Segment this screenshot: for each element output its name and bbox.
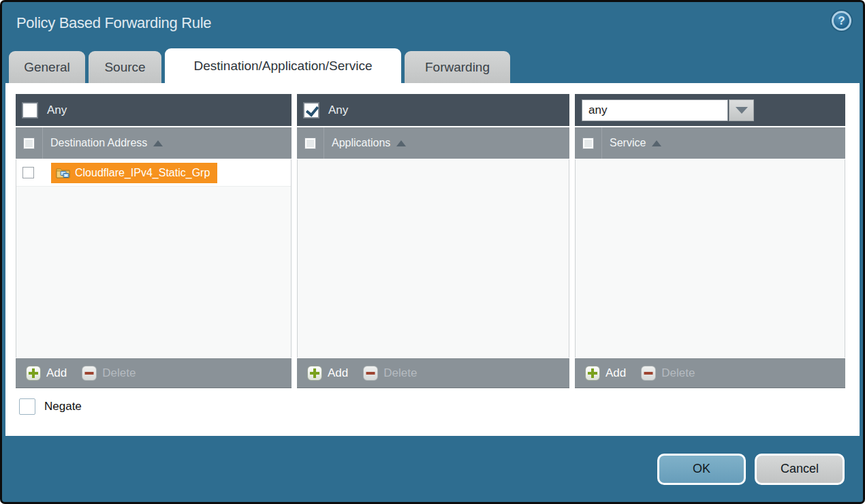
sort-asc-icon	[153, 140, 163, 146]
add-label: Add	[606, 366, 626, 380]
applications-select-all-checkbox[interactable]	[304, 138, 316, 149]
applications-any-label: Any	[328, 104, 348, 117]
service-dropdown-bar	[575, 94, 845, 126]
add-icon	[307, 366, 322, 381]
tab-source[interactable]: Source	[89, 51, 161, 83]
destination-row[interactable]: Cloudflare_IPv4_Static_Grp	[16, 159, 291, 187]
delete-label: Delete	[102, 366, 136, 380]
header-divider	[601, 127, 602, 159]
destination-any-checkbox[interactable]	[22, 103, 37, 118]
address-group-icon	[56, 167, 70, 178]
service-header-label: Service	[610, 137, 646, 149]
tab-forwarding[interactable]: Forwarding	[405, 51, 510, 83]
negate-label: Negate	[44, 400, 82, 413]
applications-header-label: Applications	[332, 137, 390, 149]
destination-any-label: Any	[47, 104, 67, 117]
dialog-footer: OK Cancel	[2, 436, 863, 502]
header-divider	[42, 127, 43, 159]
destination-row-checkbox[interactable]	[22, 167, 34, 178]
applications-list	[297, 159, 569, 358]
add-icon	[585, 366, 600, 381]
selector-columns: Any Destination Address	[5, 83, 860, 388]
service-select-all-checkbox[interactable]	[582, 138, 594, 149]
destination-header-label: Destination Address	[50, 137, 147, 149]
delete-label: Delete	[383, 366, 417, 380]
titlebar: Policy Based Forwarding Rule ? General S…	[2, 2, 863, 83]
tab-content: Any Destination Address	[5, 83, 860, 436]
destination-delete-button[interactable]: Delete	[82, 366, 136, 381]
ok-button[interactable]: OK	[657, 454, 746, 485]
destination-row-chip[interactable]: Cloudflare_IPv4_Static_Grp	[51, 163, 217, 183]
service-delete-button[interactable]: Delete	[641, 366, 695, 381]
destination-any-bar: Any	[16, 94, 292, 126]
delete-icon	[82, 366, 97, 381]
applications-add-button[interactable]: Add	[307, 366, 348, 381]
service-panel: Service Add Delete	[575, 94, 845, 388]
service-dropdown-input[interactable]	[582, 99, 728, 121]
applications-list-footer: Add Delete	[297, 358, 569, 388]
applications-any-bar: Any	[297, 94, 569, 126]
destination-list-footer: Add Delete	[16, 358, 292, 388]
chevron-down-icon	[736, 107, 748, 114]
destination-select-all-checkbox[interactable]	[23, 138, 35, 149]
destination-column-header[interactable]: Destination Address	[16, 127, 292, 159]
delete-icon	[363, 366, 378, 381]
service-list-footer: Add Delete	[575, 358, 845, 388]
add-label: Add	[46, 366, 67, 380]
sort-asc-icon	[652, 140, 661, 146]
service-add-button[interactable]: Add	[585, 366, 626, 381]
negate-row: Negate	[5, 388, 860, 415]
destination-address-panel: Any Destination Address	[16, 94, 292, 388]
add-label: Add	[328, 366, 348, 380]
help-icon[interactable]: ?	[832, 11, 851, 31]
delete-icon	[641, 366, 656, 381]
dialog-title: Policy Based Forwarding Rule	[16, 14, 211, 32]
sort-asc-icon	[396, 140, 406, 146]
service-dropdown-button[interactable]	[729, 99, 754, 121]
tab-general[interactable]: General	[9, 51, 85, 83]
applications-panel: Any Applications Add Delete	[297, 94, 569, 388]
policy-forwarding-dialog: Policy Based Forwarding Rule ? General S…	[0, 0, 865, 504]
applications-any-checkbox[interactable]	[304, 103, 319, 118]
tab-destination-application-service[interactable]: Destination/Application/Service	[165, 48, 401, 83]
tab-bar: General Source Destination/Application/S…	[9, 48, 510, 83]
delete-label: Delete	[661, 366, 695, 380]
destination-add-button[interactable]: Add	[26, 366, 67, 381]
applications-delete-button[interactable]: Delete	[363, 366, 417, 381]
applications-column-header[interactable]: Applications	[297, 127, 569, 159]
add-icon	[26, 366, 41, 381]
destination-list: Cloudflare_IPv4_Static_Grp	[16, 159, 292, 358]
service-column-header[interactable]: Service	[575, 127, 845, 159]
destination-row-label: Cloudflare_IPv4_Static_Grp	[75, 167, 210, 179]
cancel-button[interactable]: Cancel	[755, 454, 845, 485]
header-divider	[324, 127, 324, 159]
service-dropdown	[582, 99, 754, 121]
service-list	[575, 159, 845, 358]
negate-checkbox[interactable]	[19, 398, 35, 415]
